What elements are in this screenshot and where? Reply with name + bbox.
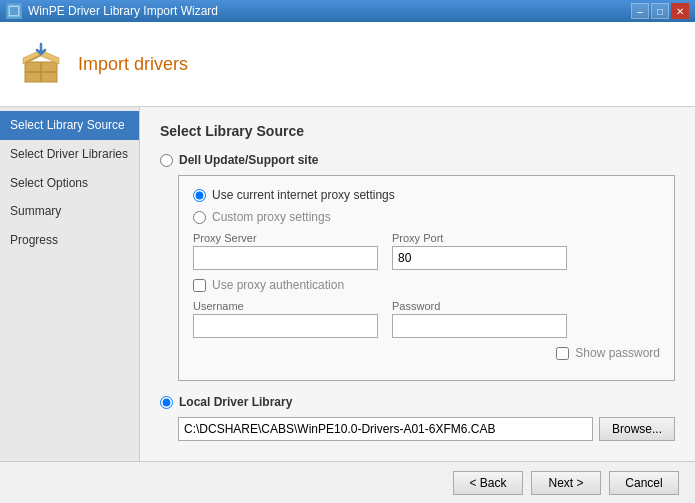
username-group: Username [193,300,378,338]
title-bar: WinPE Driver Library Import Wizard – □ ✕ [0,0,695,22]
app-icon [6,3,22,19]
custom-proxy-radio[interactable] [193,211,206,224]
current-proxy-row: Use current internet proxy settings [193,188,660,202]
username-password-row: Username Password [193,300,660,338]
proxy-port-input[interactable] [392,246,567,270]
password-group: Password [392,300,567,338]
header-title: Import drivers [78,54,188,75]
sidebar-item-select-library-source[interactable]: Select Library Source [0,111,139,140]
custom-proxy-row: Custom proxy settings [193,210,660,224]
show-password-row: Show password [193,346,660,360]
sidebar-item-select-options[interactable]: Select Options [0,169,139,198]
sidebar-item-summary[interactable]: Summary [0,197,139,226]
title-bar-buttons: – □ ✕ [631,3,689,19]
header-icon [16,39,66,89]
current-proxy-radio[interactable] [193,189,206,202]
path-row: Browse... [178,417,675,441]
minimize-button[interactable]: – [631,3,649,19]
proxy-port-label: Proxy Port [392,232,567,244]
proxy-server-port-row: Proxy Server Proxy Port [193,232,660,270]
dell-option-label[interactable]: Dell Update/Support site [160,153,675,167]
local-library-radio[interactable] [160,396,173,409]
proxy-server-label: Proxy Server [193,232,378,244]
browse-button[interactable]: Browse... [599,417,675,441]
username-label: Username [193,300,378,312]
local-library-group: Local Driver Library [160,395,675,409]
sidebar-item-select-driver-libraries[interactable]: Select Driver Libraries [0,140,139,169]
header: Import drivers [0,22,695,107]
svg-rect-1 [10,7,18,15]
proxy-server-group: Proxy Server [193,232,378,270]
path-input[interactable] [178,417,593,441]
close-button[interactable]: ✕ [671,3,689,19]
dell-radio[interactable] [160,154,173,167]
maximize-button[interactable]: □ [651,3,669,19]
password-input[interactable] [392,314,567,338]
show-password-checkbox[interactable] [556,347,569,360]
window-body: Import drivers Select Library Source Sel… [0,22,695,503]
dell-option-group: Dell Update/Support site [160,153,675,167]
sidebar-item-progress[interactable]: Progress [0,226,139,255]
proxy-port-group: Proxy Port [392,232,567,270]
proxy-auth-row: Use proxy authentication [193,278,660,292]
password-label: Password [392,300,567,312]
local-library-label[interactable]: Local Driver Library [160,395,675,409]
title-bar-left: WinPE Driver Library Import Wizard [6,3,218,19]
content-area: Select Library Source Select Driver Libr… [0,107,695,461]
username-input[interactable] [193,314,378,338]
section-title: Select Library Source [160,123,675,139]
title-bar-text: WinPE Driver Library Import Wizard [28,4,218,18]
bottom-bar: < Back Next > Cancel [0,461,695,503]
cancel-button[interactable]: Cancel [609,471,679,495]
next-button[interactable]: Next > [531,471,601,495]
proxy-server-input[interactable] [193,246,378,270]
sidebar: Select Library Source Select Driver Libr… [0,107,140,461]
back-button[interactable]: < Back [453,471,523,495]
main-content: Select Library Source Dell Update/Suppor… [140,107,695,461]
proxy-panel: Use current internet proxy settings Cust… [178,175,675,381]
proxy-auth-checkbox[interactable] [193,279,206,292]
